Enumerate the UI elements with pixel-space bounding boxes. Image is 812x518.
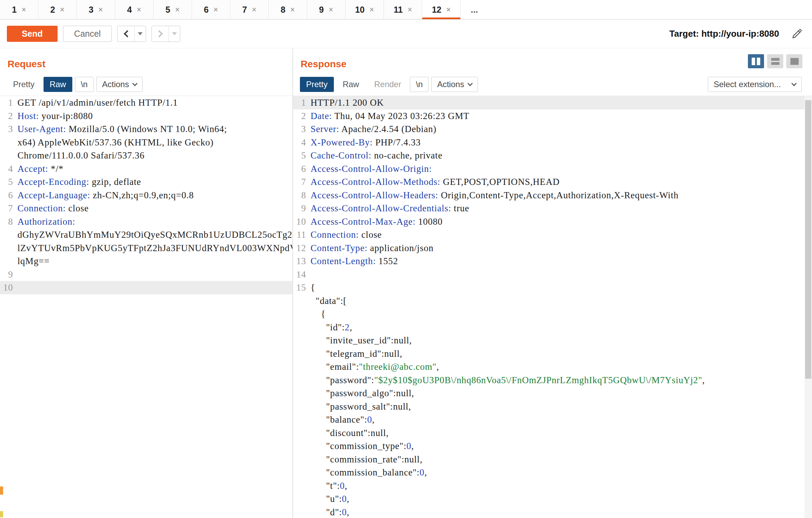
tab-close-icon[interactable]: × [98,6,103,14]
tab-close-icon[interactable]: × [252,6,256,14]
repeater-tab-8[interactable]: 8× [269,0,307,19]
code-line[interactable]: 12Content-Type: application/json [293,242,812,255]
repeater-tab-5[interactable]: 5× [154,0,192,19]
history-back-dropdown[interactable] [135,26,146,42]
repeater-tab-4[interactable]: 4× [115,0,154,19]
split-rows-view-button[interactable] [767,54,783,68]
code-line[interactable]: Chrome/111.0.0.0 Safari/537.36 [0,149,292,162]
code-line[interactable]: "data":[ [293,294,812,308]
code-line[interactable]: 14 [293,268,812,281]
cancel-button[interactable]: Cancel [63,26,112,42]
code-line[interactable]: "discount":null, [293,426,812,440]
code-line[interactable]: lZvYTUvRm5PbVpKUG5yTFptZ2hJa3FUNUdRYndVL… [0,242,292,255]
tab-close-icon[interactable]: × [214,6,218,14]
code-line[interactable]: 4X-Powered-By: PHP/7.4.33 [293,136,812,149]
code-line[interactable]: 5Accept-Encoding: gzip, deflate [0,175,292,189]
tab-close-icon[interactable]: × [60,6,64,14]
history-forward-dropdown[interactable] [169,26,180,42]
code-line[interactable]: 10Access-Control-Max-Age: 10080 [293,215,812,228]
response-editor[interactable]: 1HTTP/1.1 200 OK2Date: Thu, 04 May 2023 … [293,96,812,518]
repeater-tab-12[interactable]: 12× [422,0,461,19]
scrollbar-thumb[interactable] [805,100,811,379]
code-line[interactable]: 7Access-Control-Allow-Methods: GET,POST,… [293,175,812,189]
code-line[interactable]: dGhyZWVraUBhYmMuY29tOiQyeSQxMCRnb1UzUDBC… [0,228,292,242]
code-line[interactable]: 5Cache-Control: no-cache, private [293,149,812,162]
single-pane-view-button[interactable] [786,54,802,68]
line-number: 7 [293,175,306,189]
repeater-tab-11[interactable]: 11× [384,0,422,19]
code-line[interactable]: 4Accept: */* [0,162,292,176]
code-line[interactable]: "d":0, [293,506,812,518]
code-line[interactable]: 10 [0,281,292,294]
code-line[interactable]: 8Access-Control-Allow-Headers: Origin,Co… [293,189,812,202]
repeater-tab-1[interactable]: 1× [0,0,38,19]
tab-close-icon[interactable]: × [446,6,451,14]
repeater-tab-6[interactable]: 6× [192,0,230,19]
code-line[interactable]: "id":2, [293,321,812,334]
code-line[interactable]: "u":0, [293,492,812,506]
code-line[interactable]: 3User-Agent: Mozilla/5.0 (Windows NT 10.… [0,122,292,136]
code-line[interactable]: "invite_user_id":null, [293,334,812,347]
code-line[interactable]: 7Connection: close [0,202,292,215]
repeater-tab-9[interactable]: 9× [307,0,346,19]
code-line[interactable]: "commission_rate":null, [293,453,812,466]
subtab-pretty[interactable]: Pretty [7,77,41,92]
code-line[interactable]: "balance":0, [293,413,812,426]
tab-close-icon[interactable]: × [137,6,141,14]
code-line[interactable]: 11Connection: close [293,228,812,242]
code-line[interactable]: 15{ [293,281,812,294]
code-line[interactable]: 8Authorization: [0,215,292,228]
repeater-tab-10[interactable]: 10× [346,0,384,19]
code-line[interactable]: 1GET /api/v1/admin/user/fetch HTTP/1.1 [0,96,292,109]
line-number: 1 [293,96,306,109]
repeater-tab-2[interactable]: 2× [38,0,77,19]
code-line[interactable]: "password_salt":null, [293,400,812,413]
code-line[interactable]: "password":"$2y$10$goU3P0B\/nhq86nVoa5\/… [293,374,812,387]
tab-close-icon[interactable]: × [22,6,26,14]
code-line[interactable]: 13Content-Length: 1552 [293,255,812,268]
repeater-tab-3[interactable]: 3× [77,0,115,19]
subtab-raw[interactable]: Raw [44,77,72,92]
code-line[interactable]: "telegram_id":null, [293,347,812,361]
tab-close-icon[interactable]: × [329,6,333,14]
subtab-raw[interactable]: Raw [337,77,365,92]
code-line[interactable]: "email":"threeki@abc.com", [293,360,812,374]
code-line[interactable]: 1HTTP/1.1 200 OK [293,96,812,109]
tab-close-icon[interactable]: × [408,6,412,14]
code-line[interactable]: x64) AppleWebKit/537.36 (KHTML, like Gec… [0,136,292,149]
subtab-actions[interactable]: Actions [96,77,143,92]
code-line[interactable]: { [293,307,812,321]
response-scrollbar[interactable] [804,96,812,518]
code-line[interactable]: 3Server: Apache/2.4.54 (Debian) [293,122,812,136]
code-line[interactable]: 6Accept-Language: zh-CN,zh;q=0.9,en;q=0.… [0,189,292,202]
code-line[interactable]: "commission_balance":0, [293,466,812,479]
code-line[interactable]: 9Access-Control-Allow-Credentials: true [293,202,812,215]
tab-close-icon[interactable]: × [175,6,180,14]
code-line[interactable]: "password_algo":null, [293,387,812,400]
split-columns-view-button[interactable] [748,54,764,68]
request-editor[interactable]: 1GET /api/v1/admin/user/fetch HTTP/1.12H… [0,96,292,518]
code-line[interactable]: 9 [0,268,292,281]
tab-overflow[interactable]: ... [461,0,488,19]
repeater-tab-7[interactable]: 7× [230,0,269,19]
code-line[interactable]: "t":0, [293,479,812,493]
code-line[interactable]: lqMg== [0,255,292,268]
subtab-n[interactable]: \n [75,77,94,92]
tab-close-icon[interactable]: × [369,6,374,14]
history-back-button[interactable] [118,26,135,42]
subtab-render[interactable]: Render [368,77,408,92]
code-line[interactable]: 2Date: Thu, 04 May 2023 03:26:23 GMT [293,109,812,123]
tab-close-icon[interactable]: × [290,6,295,14]
subtab-pretty[interactable]: Pretty [300,77,334,92]
edit-target-icon[interactable] [791,28,803,40]
select-extension-dropdown[interactable]: Select extension... [708,77,802,92]
code-text: "password_algo":null, [311,387,812,400]
subtab-n[interactable]: \n [410,77,428,92]
code-text: Access-Control-Allow-Methods: GET,POST,O… [311,175,812,189]
send-button[interactable]: Send [7,26,58,42]
code-line[interactable]: 6Access-Control-Allow-Origin: [293,162,812,176]
history-forward-button[interactable] [152,26,169,42]
subtab-actions[interactable]: Actions [431,77,478,92]
code-line[interactable]: 2Host: your-ip:8080 [0,109,292,123]
code-line[interactable]: "commission_type":0, [293,439,812,453]
